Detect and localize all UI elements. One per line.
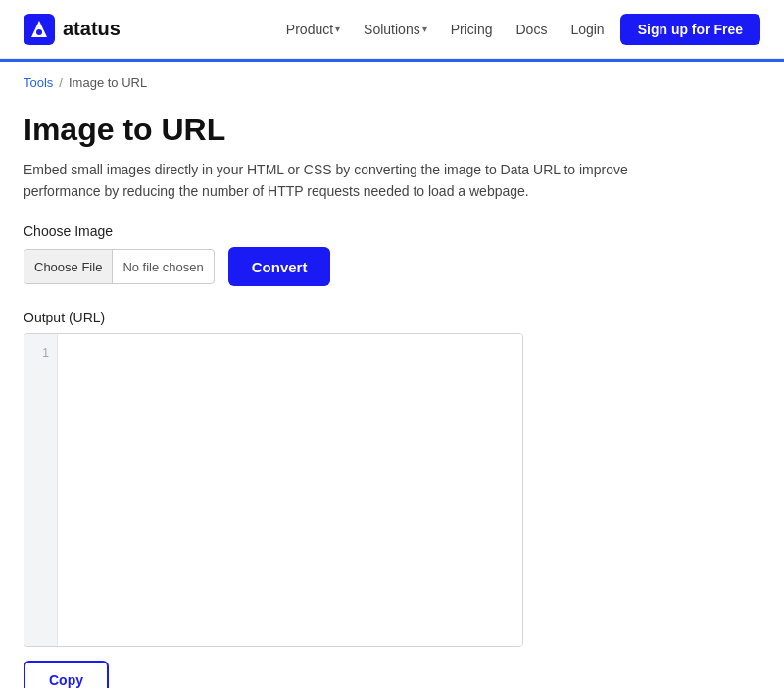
- page-title: Image to URL: [24, 112, 760, 148]
- choose-image-label: Choose Image: [24, 223, 760, 239]
- solutions-chevron-icon: ▾: [422, 24, 427, 34]
- file-input-wrapper: Choose File No file chosen: [24, 249, 215, 284]
- logo-text: atatus: [63, 18, 121, 40]
- convert-button[interactable]: Convert: [228, 247, 331, 286]
- nav-solutions[interactable]: Solutions ▾: [356, 16, 435, 43]
- main-nav: Product ▾ Solutions ▾ Pricing Docs Login…: [278, 14, 760, 45]
- breadcrumb-current: Image to URL: [69, 75, 147, 90]
- output-textarea[interactable]: [58, 334, 522, 646]
- signup-button[interactable]: Sign up for Free: [620, 14, 760, 45]
- breadcrumb: Tools / Image to URL: [0, 62, 784, 96]
- output-label: Output (URL): [24, 310, 760, 325]
- logo: atatus: [24, 14, 121, 45]
- breadcrumb-separator: /: [59, 75, 63, 90]
- file-input-row: Choose File No file chosen Convert: [24, 247, 760, 286]
- nav-login[interactable]: Login: [563, 16, 612, 43]
- main-content: Image to URL Embed small images directly…: [0, 96, 784, 688]
- output-area: 1: [24, 333, 523, 647]
- header: atatus Product ▾ Solutions ▾ Pricing Doc…: [0, 0, 784, 59]
- nav-docs[interactable]: Docs: [508, 16, 555, 43]
- breadcrumb-tools-link[interactable]: Tools: [24, 75, 53, 90]
- atatus-logo-icon: [24, 14, 55, 45]
- line-numbers: 1: [24, 334, 58, 646]
- choose-file-button[interactable]: Choose File: [24, 250, 113, 283]
- copy-button[interactable]: Copy: [24, 661, 109, 688]
- page-description: Embed small images directly in your HTML…: [24, 160, 700, 202]
- nav-product[interactable]: Product ▾: [278, 16, 348, 43]
- nav-pricing[interactable]: Pricing: [443, 16, 501, 43]
- svg-point-1: [36, 29, 42, 35]
- product-chevron-icon: ▾: [335, 24, 340, 34]
- file-name-display: No file chosen: [113, 260, 213, 274]
